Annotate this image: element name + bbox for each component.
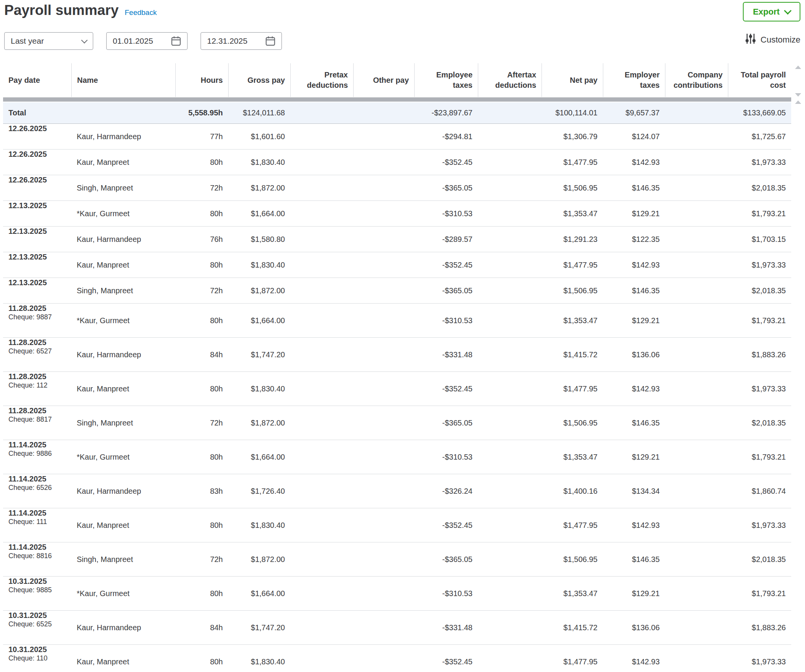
cell-aftertax-deductions xyxy=(478,577,542,610)
cell-company-contributions xyxy=(665,440,728,474)
start-date-value: 01.01.2025 xyxy=(113,36,153,46)
scroll-up-icon[interactable] xyxy=(795,100,801,104)
end-date-field[interactable]: 12.31.2025 xyxy=(201,32,282,50)
cell-employee-taxes: -$352.45 xyxy=(414,508,478,542)
column-header-pretax-deductions: Pretax deductions xyxy=(290,63,353,97)
cell-company-contributions xyxy=(665,474,728,508)
cell-pretax-deductions xyxy=(290,645,353,672)
cell-aftertax-deductions xyxy=(478,227,542,252)
cell-hours: 80h xyxy=(175,150,228,175)
cell-net-pay: $1,477.95 xyxy=(542,252,603,278)
cell-total-payroll-cost: $2,018.35 xyxy=(728,175,791,200)
table-row[interactable]: 12.13.2025*Kaur, Gurmeet80h$1,664.00-$31… xyxy=(3,201,791,227)
cell-total-payroll-cost: $2,018.35 xyxy=(728,406,791,440)
pay-date: 12.26.2025 xyxy=(8,124,47,133)
export-button[interactable]: Export xyxy=(743,2,800,21)
table-row[interactable]: 12.13.2025Kaur, Harmandeep76h$1,580.80-$… xyxy=(3,227,791,252)
cell-gross-pay: $1,872.00 xyxy=(228,175,290,200)
cell-employee-taxes: -$365.05 xyxy=(414,542,478,576)
cell-gross-pay: $1,830.40 xyxy=(228,372,290,406)
table-row[interactable]: 11.14.2025Cheque: 6526Kaur, Harmandeep83… xyxy=(3,474,791,508)
scroll-up-icon[interactable] xyxy=(795,66,801,69)
cell-employee-taxes: -$365.05 xyxy=(414,175,478,200)
cell-name: Kaur, Harmandeep xyxy=(71,227,175,252)
table-row[interactable]: 12.26.2025Kaur, Manpreet80h$1,830.40-$35… xyxy=(3,150,791,175)
total-cell-net-pay: $100,114.01 xyxy=(542,102,603,123)
cell-hours: 80h xyxy=(175,577,228,610)
cell-company-contributions xyxy=(665,577,728,610)
cheque-number: Cheque: 9885 xyxy=(8,586,52,595)
cell-net-pay: $1,400.16 xyxy=(542,474,603,508)
calendar-icon[interactable] xyxy=(171,36,181,46)
date-range-select[interactable]: Last year xyxy=(4,32,93,50)
cell-employer-taxes: $146.35 xyxy=(603,542,665,576)
table-row[interactable]: 10.31.2025Cheque: 110Kaur, Manpreet80h$1… xyxy=(3,645,791,672)
column-header-gross-pay: Gross pay xyxy=(228,63,290,97)
cell-name: Singh, Manpreet xyxy=(71,542,175,576)
table-row[interactable]: 11.14.2025Cheque: 9886*Kaur, Gurmeet80h$… xyxy=(3,440,791,474)
total-cell-name xyxy=(71,102,175,123)
cell-employer-taxes: $136.06 xyxy=(603,338,665,371)
cell-company-contributions xyxy=(665,124,728,149)
horizontal-scrollbar-thumb[interactable] xyxy=(3,97,791,102)
cell-pay-date: 12.26.2025 xyxy=(3,124,71,149)
column-header-total-payroll-cost: Total payroll cost xyxy=(728,63,791,97)
table-row[interactable]: 10.31.2025Cheque: 9885*Kaur, Gurmeet80h$… xyxy=(3,577,791,611)
total-cell-pay-date: Total xyxy=(3,102,71,123)
cell-net-pay: $1,506.95 xyxy=(542,542,603,576)
cell-total-payroll-cost: $1,973.33 xyxy=(728,252,791,278)
cell-total-payroll-cost: $1,883.26 xyxy=(728,611,791,644)
payroll-summary-page: Payroll summary Feedback Export Last yea… xyxy=(0,0,805,672)
table-row[interactable]: 10.31.2025Cheque: 6525Kaur, Harmandeep84… xyxy=(3,611,791,645)
cell-net-pay: $1,477.95 xyxy=(542,508,603,542)
cell-pay-date: 11.28.2025Cheque: 9887 xyxy=(3,304,71,337)
cell-other-pay xyxy=(353,440,414,474)
cell-other-pay xyxy=(353,577,414,610)
cell-name: *Kaur, Gurmeet xyxy=(71,304,175,337)
cell-other-pay xyxy=(353,124,414,149)
total-cell-company-contributions xyxy=(665,102,728,123)
start-date-field[interactable]: 01.01.2025 xyxy=(106,32,188,50)
cell-gross-pay: $1,664.00 xyxy=(228,440,290,474)
cell-employee-taxes: -$310.53 xyxy=(414,440,478,474)
calendar-icon[interactable] xyxy=(265,36,275,46)
cell-aftertax-deductions xyxy=(478,611,542,644)
cell-net-pay: $1,353.47 xyxy=(542,201,603,226)
cell-aftertax-deductions xyxy=(478,372,542,406)
cheque-number: Cheque: 110 xyxy=(8,654,48,663)
scroll-down-icon[interactable] xyxy=(795,93,801,97)
cell-hours: 72h xyxy=(175,278,228,303)
total-row: Total5,558.95h$124,011.68-$23,897.67$100… xyxy=(3,102,791,124)
cell-pretax-deductions xyxy=(290,611,353,644)
cell-other-pay xyxy=(353,338,414,371)
cell-total-payroll-cost: $1,725.67 xyxy=(728,124,791,149)
cell-hours: 84h xyxy=(175,338,228,371)
cell-company-contributions xyxy=(665,406,728,440)
cell-pay-date: 11.14.2025Cheque: 9886 xyxy=(3,440,71,474)
feedback-link[interactable]: Feedback xyxy=(125,8,156,17)
cell-other-pay xyxy=(353,542,414,576)
cell-pay-date: 10.31.2025Cheque: 110 xyxy=(3,645,71,672)
table-row[interactable]: 11.14.2025Cheque: 8816Singh, Manpreet72h… xyxy=(3,542,791,577)
table-row[interactable]: 11.28.2025Cheque: 112Kaur, Manpreet80h$1… xyxy=(3,372,791,406)
table-row[interactable]: 11.14.2025Cheque: 111Kaur, Manpreet80h$1… xyxy=(3,508,791,542)
table-row[interactable]: 11.28.2025Cheque: 6527Kaur, Harmandeep84… xyxy=(3,338,791,372)
table-row[interactable]: 12.13.2025Kaur, Manpreet80h$1,830.40-$35… xyxy=(3,252,791,278)
cell-hours: 76h xyxy=(175,227,228,252)
cell-hours: 80h xyxy=(175,304,228,337)
pay-date: 10.31.2025 xyxy=(8,645,47,654)
cell-company-contributions xyxy=(665,338,728,371)
cell-hours: 84h xyxy=(175,611,228,644)
table-row[interactable]: 11.28.2025Cheque: 9887*Kaur, Gurmeet80h$… xyxy=(3,304,791,338)
cell-net-pay: $1,353.47 xyxy=(542,304,603,337)
table-row[interactable]: 12.26.2025Singh, Manpreet72h$1,872.00-$3… xyxy=(3,175,791,201)
table-row[interactable]: 12.13.2025Singh, Manpreet72h$1,872.00-$3… xyxy=(3,278,791,304)
table-row[interactable]: 12.26.2025Kaur, Harmandeep77h$1,601.60-$… xyxy=(3,124,791,150)
customize-button[interactable]: Customize xyxy=(745,33,800,47)
cell-name: *Kaur, Gurmeet xyxy=(71,440,175,474)
table-row[interactable]: 11.28.2025Cheque: 8817Singh, Manpreet72h… xyxy=(3,406,791,440)
cell-net-pay: $1,306.79 xyxy=(542,124,603,149)
cell-employer-taxes: $122.35 xyxy=(603,227,665,252)
pay-date: 11.28.2025 xyxy=(8,304,46,313)
cell-pretax-deductions xyxy=(290,124,353,149)
